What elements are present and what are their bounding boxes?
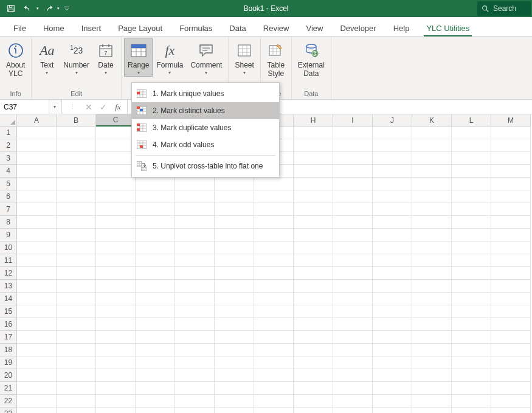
row-header[interactable]: 7 — [0, 203, 17, 216]
cell[interactable] — [452, 293, 491, 305]
cell[interactable] — [294, 408, 333, 413]
cell[interactable] — [333, 241, 373, 254]
cell[interactable] — [412, 356, 452, 369]
cell[interactable] — [96, 216, 136, 229]
cell[interactable] — [373, 318, 412, 331]
row-header[interactable]: 20 — [0, 369, 17, 382]
cell[interactable] — [254, 241, 294, 254]
cell[interactable] — [136, 382, 175, 395]
cell[interactable] — [373, 369, 412, 382]
cell[interactable] — [215, 216, 254, 229]
formula-button[interactable]: fx Formula ▾ — [153, 38, 187, 77]
cell[interactable] — [412, 331, 452, 344]
cell[interactable] — [57, 408, 96, 413]
cell[interactable] — [294, 331, 333, 344]
cell[interactable] — [96, 229, 136, 241]
cell[interactable] — [96, 344, 136, 356]
save-button[interactable] — [4, 1, 18, 16]
cell[interactable] — [17, 318, 57, 331]
cell[interactable] — [136, 216, 175, 229]
cell[interactable] — [373, 280, 412, 293]
tab-formulas[interactable]: Formulas — [171, 20, 221, 36]
tab-home[interactable]: Home — [35, 20, 73, 36]
cell[interactable] — [294, 216, 333, 229]
cell[interactable] — [373, 395, 412, 408]
cell[interactable] — [373, 152, 412, 165]
row-header[interactable]: 2 — [0, 139, 17, 152]
cell[interactable] — [254, 305, 294, 318]
tab-file[interactable]: File — [5, 20, 35, 36]
cell[interactable] — [136, 178, 175, 190]
cell[interactable] — [491, 318, 531, 331]
column-header[interactable]: I — [333, 114, 373, 127]
cell[interactable] — [333, 229, 373, 241]
cell[interactable] — [215, 318, 254, 331]
cell[interactable] — [215, 356, 254, 369]
cell[interactable] — [452, 178, 491, 190]
row-header[interactable]: 16 — [0, 318, 17, 331]
cell[interactable] — [452, 356, 491, 369]
cell[interactable] — [136, 305, 175, 318]
cell[interactable] — [373, 356, 412, 369]
cell[interactable] — [215, 369, 254, 382]
cell[interactable] — [491, 190, 531, 203]
row-header[interactable]: 10 — [0, 241, 17, 254]
cell[interactable] — [254, 267, 294, 280]
cell[interactable] — [491, 139, 531, 152]
tab-view[interactable]: View — [297, 20, 331, 36]
cell[interactable] — [254, 216, 294, 229]
cell[interactable] — [294, 318, 333, 331]
cell[interactable] — [412, 280, 452, 293]
cell[interactable] — [17, 229, 57, 241]
cell[interactable] — [412, 382, 452, 395]
menu-mark-unique[interactable]: 1. Mark unique values — [132, 85, 279, 102]
cell[interactable] — [373, 344, 412, 356]
cell[interactable] — [254, 318, 294, 331]
cell[interactable] — [412, 369, 452, 382]
cell[interactable] — [491, 254, 531, 267]
column-header[interactable]: K — [412, 114, 452, 127]
cell[interactable] — [294, 293, 333, 305]
cell[interactable] — [333, 408, 373, 413]
cell[interactable] — [333, 369, 373, 382]
cell[interactable] — [57, 331, 96, 344]
cell[interactable] — [452, 408, 491, 413]
cell[interactable] — [17, 408, 57, 413]
cell[interactable] — [96, 280, 136, 293]
name-box[interactable] — [0, 103, 49, 111]
cell[interactable] — [57, 254, 96, 267]
cell[interactable] — [175, 203, 215, 216]
cell[interactable] — [17, 382, 57, 395]
cell[interactable] — [294, 395, 333, 408]
column-header[interactable]: L — [452, 114, 491, 127]
cell[interactable] — [57, 305, 96, 318]
cell[interactable] — [96, 356, 136, 369]
cell[interactable] — [333, 203, 373, 216]
cell[interactable] — [17, 203, 57, 216]
cell[interactable] — [294, 165, 333, 178]
cell[interactable] — [412, 344, 452, 356]
undo-dropdown-arrow[interactable]: ▾ — [36, 6, 39, 11]
column-header[interactable]: J — [373, 114, 412, 127]
cell[interactable] — [373, 216, 412, 229]
cell[interactable] — [17, 165, 57, 178]
cell[interactable] — [175, 305, 215, 318]
cell[interactable] — [17, 369, 57, 382]
tab-insert[interactable]: Insert — [73, 20, 110, 36]
cell[interactable] — [136, 267, 175, 280]
cell[interactable] — [17, 331, 57, 344]
cell[interactable] — [175, 241, 215, 254]
cell[interactable] — [17, 241, 57, 254]
cell[interactable] — [57, 280, 96, 293]
column-header[interactable]: A — [17, 114, 57, 127]
row-header[interactable]: 19 — [0, 356, 17, 369]
cell[interactable] — [412, 293, 452, 305]
cell[interactable] — [136, 318, 175, 331]
undo-button[interactable] — [21, 1, 35, 16]
cell[interactable] — [254, 395, 294, 408]
row-header[interactable]: 22 — [0, 395, 17, 408]
cell[interactable] — [452, 152, 491, 165]
cell[interactable] — [17, 395, 57, 408]
about-ylc-button[interactable]: About YLC — [2, 38, 29, 80]
row-header[interactable]: 17 — [0, 331, 17, 344]
